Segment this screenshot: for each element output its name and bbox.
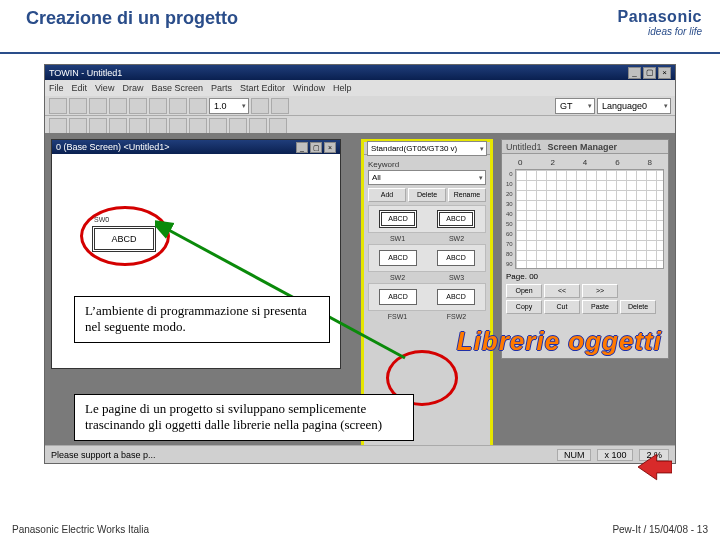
- col-label: 4: [573, 158, 597, 167]
- status-num: NUM: [557, 449, 592, 461]
- menu-item[interactable]: Base Screen: [151, 83, 203, 93]
- toolbar-row-1: 1.0 GT Language0: [45, 96, 675, 116]
- mgr-row-numbers: 0102030405060708090: [506, 169, 513, 269]
- tool-icon[interactable]: [271, 98, 289, 114]
- footer-right: Pew-It / 15/04/08 - 13: [612, 524, 708, 535]
- library-tab[interactable]: Standard(GT05/GT30 v): [364, 142, 490, 155]
- footer: Panasonic Electric Works Italia Pew-It /…: [0, 518, 720, 540]
- tool-icon[interactable]: [129, 98, 147, 114]
- tool-icon[interactable]: [189, 98, 207, 114]
- menu-item[interactable]: Edit: [72, 83, 88, 93]
- mgr-delete-button[interactable]: Delete: [620, 300, 656, 314]
- mgr-prev-button[interactable]: <<: [544, 284, 580, 298]
- menu-item[interactable]: File: [49, 83, 64, 93]
- tool-icon[interactable]: [69, 98, 87, 114]
- screen-manager-titlebar: Untitled1 Screen Manager: [502, 140, 668, 154]
- callout-1: L’ambiente di programmazione si presenta…: [74, 296, 330, 343]
- status-zoom: x 100: [597, 449, 633, 461]
- mgr-paste-button[interactable]: Paste: [582, 300, 618, 314]
- footer-left: Panasonic Electric Works Italia: [12, 524, 149, 535]
- minimize-icon[interactable]: _: [628, 67, 641, 79]
- drag-arrow-icon: [155, 218, 415, 368]
- minimize-icon[interactable]: _: [296, 142, 308, 153]
- tool-icon[interactable]: [249, 118, 267, 134]
- mgr-columns: 0 2 4 6 8: [506, 158, 664, 169]
- tool-icon[interactable]: [169, 118, 187, 134]
- tool-icon[interactable]: [49, 98, 67, 114]
- tool-icon[interactable]: [89, 118, 107, 134]
- keyword-combo[interactable]: All: [368, 170, 486, 185]
- tool-icon[interactable]: [129, 118, 147, 134]
- col-label: 2: [540, 158, 564, 167]
- maximize-icon[interactable]: ▢: [310, 142, 322, 153]
- brand-name: Panasonic: [617, 8, 702, 26]
- tool-icon[interactable]: [251, 98, 269, 114]
- menu-item[interactable]: Draw: [122, 83, 143, 93]
- svg-marker-1: [638, 454, 672, 480]
- menu-item[interactable]: Start Editor: [240, 83, 285, 93]
- lib-caption: SW3: [449, 274, 464, 281]
- slide-title: Creazione di un progetto: [26, 8, 238, 52]
- app-title: TOWIN - Untitled1: [49, 68, 122, 78]
- menu-item[interactable]: Help: [333, 83, 352, 93]
- model-combo[interactable]: GT: [555, 98, 595, 114]
- library-set-combo[interactable]: Standard(GT05/GT30 v): [367, 141, 487, 156]
- close-icon[interactable]: ×: [658, 67, 671, 79]
- mgr-cut-button[interactable]: Cut: [544, 300, 580, 314]
- statusbar: Please support a base p... NUM x 100 2 %: [45, 445, 675, 463]
- lib-rename-button[interactable]: Rename: [448, 188, 486, 202]
- lib-add-button[interactable]: Add: [368, 188, 406, 202]
- col-label: 0: [508, 158, 532, 167]
- library-big-label: Librerie oggetti: [457, 326, 662, 357]
- back-arrow-icon[interactable]: [638, 452, 672, 482]
- tool-icon[interactable]: [109, 98, 127, 114]
- mgr-doc: Untitled1: [506, 142, 542, 152]
- header: Creazione di un progetto Panasonic ideas…: [0, 0, 720, 54]
- library-item[interactable]: ABCD: [437, 250, 475, 266]
- tool-icon[interactable]: [109, 118, 127, 134]
- base-screen-titlebar: 0 (Base Screen) <Untitled1> _ ▢ ×: [52, 140, 340, 154]
- tool-icon[interactable]: [49, 118, 67, 134]
- tool-icon[interactable]: [169, 98, 187, 114]
- zoom-combo[interactable]: 1.0: [209, 98, 249, 114]
- tool-icon[interactable]: [69, 118, 87, 134]
- library-item[interactable]: ABCD: [437, 210, 475, 228]
- tool-icon[interactable]: [89, 98, 107, 114]
- brand-block: Panasonic ideas for life: [617, 8, 702, 52]
- tool-icon[interactable]: [269, 118, 287, 134]
- tool-icon[interactable]: [229, 118, 247, 134]
- status-text: Please support a base p...: [51, 450, 156, 460]
- callout-2: Le pagine di un progetto si sviluppano s…: [74, 394, 414, 441]
- library-item[interactable]: ABCD: [437, 289, 475, 305]
- maximize-icon[interactable]: ▢: [643, 67, 656, 79]
- lib-caption: SW2: [449, 235, 464, 242]
- keyword-label: Keyword: [368, 160, 486, 169]
- tool-icon[interactable]: [149, 98, 167, 114]
- brand-tagline: ideas for life: [617, 26, 702, 37]
- tool-icon[interactable]: [209, 118, 227, 134]
- mgr-copy-button[interactable]: Copy: [506, 300, 542, 314]
- close-icon[interactable]: ×: [324, 142, 336, 153]
- language-combo[interactable]: Language0: [597, 98, 671, 114]
- slide-root: Creazione di un progetto Panasonic ideas…: [0, 0, 720, 540]
- col-label: 6: [605, 158, 629, 167]
- mgr-next-button[interactable]: >>: [582, 284, 618, 298]
- tool-icon[interactable]: [149, 118, 167, 134]
- menu-item[interactable]: Window: [293, 83, 325, 93]
- lib-caption: FSW2: [447, 313, 466, 320]
- tool-icon[interactable]: [189, 118, 207, 134]
- base-screen-title: 0 (Base Screen) <Untitled1>: [56, 142, 170, 152]
- lib-delete-button[interactable]: Delete: [408, 188, 446, 202]
- menu-item[interactable]: Parts: [211, 83, 232, 93]
- mgr-title: Screen Manager: [548, 142, 618, 152]
- menubar[interactable]: File Edit View Draw Base Screen Parts St…: [45, 80, 675, 96]
- app-titlebar: TOWIN - Untitled1 _ ▢ ×: [45, 65, 675, 80]
- mgr-page-label: Page. 00: [506, 272, 664, 281]
- menu-item[interactable]: View: [95, 83, 114, 93]
- mgr-open-button[interactable]: Open: [506, 284, 542, 298]
- mgr-grid[interactable]: [515, 169, 664, 269]
- col-label: 8: [638, 158, 662, 167]
